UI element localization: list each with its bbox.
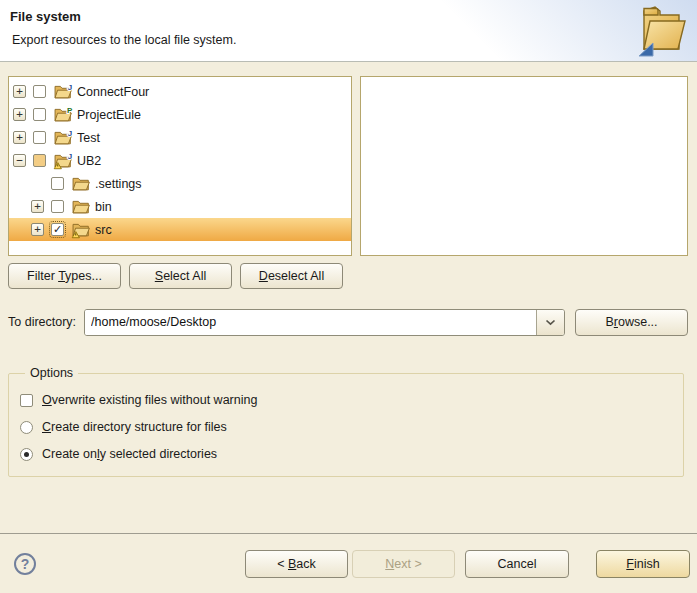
option-label: Create only selected directories: [42, 447, 217, 461]
tree-item-projecteule[interactable]: +PProjectEule: [9, 103, 351, 126]
export-folder-icon: [635, 3, 687, 61]
export-wizard-dialog: File system Export resources to the loca…: [0, 0, 697, 593]
file-list-panel[interactable]: [360, 76, 688, 256]
option-label: Overwrite existing files without warning: [42, 393, 257, 407]
tree-item-ub2[interactable]: −JUB2: [9, 149, 351, 172]
svg-text:P: P: [67, 105, 73, 114]
directory-input[interactable]: [85, 310, 536, 335]
resource-panels: +JConnectFour+PProjectEule+JTest−JUB2+.s…: [8, 76, 688, 256]
page-title: File system: [10, 9, 697, 24]
tree-item-connectfour[interactable]: +JConnectFour: [9, 80, 351, 103]
help-icon[interactable]: ?: [14, 553, 36, 575]
options-group: Options Overwrite existing files without…: [8, 366, 684, 477]
destination-row: To directory: Browse...: [8, 308, 688, 336]
svg-text:J: J: [68, 128, 72, 137]
tree-expander-icon[interactable]: +: [13, 131, 26, 144]
tree-item-test[interactable]: +JTest: [9, 126, 351, 149]
project-folder-icon: P: [54, 107, 72, 123]
filter-types-button[interactable]: Filter Types...: [8, 263, 121, 289]
directory-label: To directory:: [8, 315, 76, 329]
resource-tree[interactable]: +JConnectFour+PProjectEule+JTest−JUB2+.s…: [8, 76, 352, 256]
browse-button[interactable]: Browse...: [575, 309, 688, 336]
finish-button[interactable]: Finish: [596, 550, 690, 578]
tree-item-checkbox[interactable]: [33, 85, 46, 98]
tree-expander-icon[interactable]: +: [13, 85, 26, 98]
tree-item-label: bin: [95, 200, 112, 214]
create-selected-radio[interactable]: [20, 448, 33, 461]
wizard-body: +JConnectFour+PProjectEule+JTest−JUB2+.s…: [0, 62, 697, 533]
tree-expander-icon[interactable]: +: [13, 108, 26, 121]
option-overwrite[interactable]: Overwrite existing files without warning: [20, 391, 673, 409]
folder-icon: [72, 176, 90, 192]
tree-item-settings[interactable]: +.settings: [9, 172, 351, 195]
tree-item-checkbox[interactable]: [33, 154, 46, 167]
svg-text:J: J: [68, 82, 72, 91]
overwrite-checkbox[interactable]: [20, 394, 33, 407]
wizard-footer: ? < Back Next > Cancel Finish: [0, 533, 697, 593]
tree-item-label: UB2: [77, 154, 101, 168]
tree-action-buttons: Filter Types... Select All Deselect All: [8, 263, 688, 289]
tree-item-checkbox[interactable]: [51, 177, 64, 190]
tree-item-label: src: [95, 223, 112, 237]
combo-dropdown-button[interactable]: [536, 310, 564, 335]
chevron-down-icon: [545, 319, 556, 326]
svg-text:J: J: [68, 151, 72, 160]
create-structure-radio[interactable]: [20, 421, 33, 434]
page-description: Export resources to the local file syste…: [12, 33, 697, 47]
project-folder-icon: J: [54, 84, 72, 100]
tree-item-bin[interactable]: +bin: [9, 195, 351, 218]
cancel-button[interactable]: Cancel: [465, 550, 569, 578]
option-create-selected[interactable]: Create only selected directories: [20, 445, 673, 463]
tree-item-checkbox[interactable]: [33, 108, 46, 121]
next-button[interactable]: Next >: [352, 550, 455, 578]
tree-item-checkbox[interactable]: [51, 200, 64, 213]
tree-expander-icon[interactable]: +: [31, 200, 44, 213]
tree-item-label: ProjectEule: [77, 108, 141, 122]
project-folder-icon: J: [54, 153, 72, 169]
tree-expander-icon[interactable]: −: [13, 154, 26, 167]
wizard-header: File system Export resources to the loca…: [0, 0, 697, 62]
directory-combo: [84, 309, 565, 336]
tree-expander-icon[interactable]: +: [31, 223, 44, 236]
tree-item-checkbox[interactable]: [33, 131, 46, 144]
option-label: Create directory structure for files: [42, 420, 227, 434]
back-button[interactable]: < Back: [245, 550, 348, 578]
folder-icon: [72, 199, 90, 215]
deselect-all-button[interactable]: Deselect All: [240, 263, 343, 289]
option-create-structure[interactable]: Create directory structure for files: [20, 418, 673, 436]
tree-item-label: .settings: [95, 177, 142, 191]
tree-item-label: ConnectFour: [77, 85, 149, 99]
tree-item-checkbox[interactable]: ✓: [51, 223, 64, 236]
tree-item-label: Test: [77, 131, 100, 145]
folder-icon: [72, 222, 90, 238]
select-all-button[interactable]: Select All: [129, 263, 232, 289]
options-group-title: Options: [25, 366, 78, 380]
tree-item-src[interactable]: +✓src: [9, 218, 351, 241]
project-folder-icon: J: [54, 130, 72, 146]
